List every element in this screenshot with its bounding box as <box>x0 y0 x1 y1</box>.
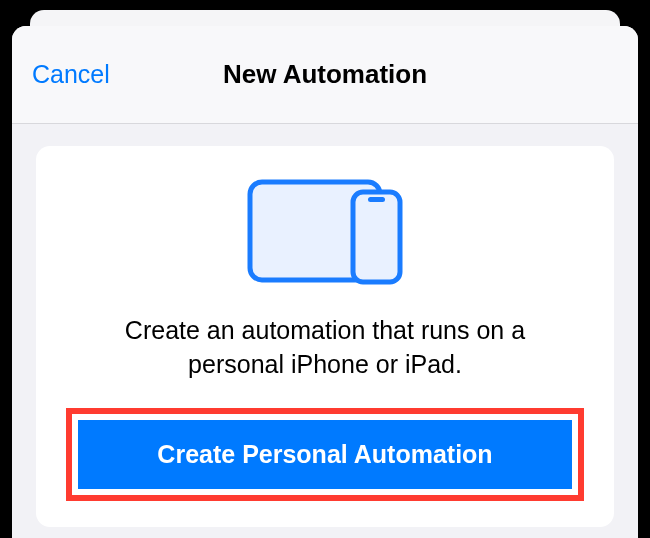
personal-automation-card: Create an automation that runs on a pers… <box>36 146 614 527</box>
personal-devices-icon <box>240 176 410 290</box>
svg-rect-1 <box>353 192 400 282</box>
navigation-bar: Cancel New Automation <box>12 26 638 124</box>
svg-rect-2 <box>368 197 385 202</box>
card-description: Create an automation that runs on a pers… <box>66 314 584 382</box>
cancel-button[interactable]: Cancel <box>32 60 110 89</box>
annotation-highlight: Create Personal Automation <box>66 408 584 501</box>
create-personal-automation-button[interactable]: Create Personal Automation <box>78 420 572 489</box>
page-title: New Automation <box>223 59 427 90</box>
content-area: Create an automation that runs on a pers… <box>12 124 638 527</box>
modal-sheet: Cancel New Automation Create an automati… <box>12 26 638 538</box>
